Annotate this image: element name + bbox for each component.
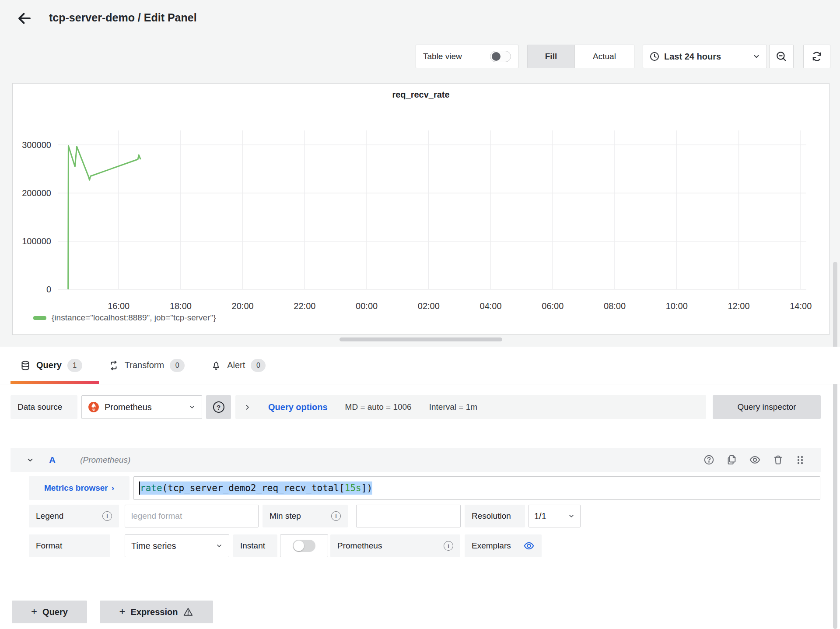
min-step-input[interactable] [356, 505, 461, 527]
plus-icon: + [31, 605, 37, 618]
resolution-value: 1/1 [534, 511, 546, 521]
format-field-label: Format [29, 534, 110, 557]
help-circle-icon: ? [213, 401, 224, 413]
svg-text:200000: 200000 [22, 188, 51, 198]
query-row-header[interactable]: A (Prometheus) [10, 448, 821, 472]
svg-text:0: 0 [46, 285, 51, 294]
data-source-label: Data source [10, 395, 77, 419]
duplicate-query-icon[interactable] [726, 454, 737, 465]
refresh-button[interactable] [803, 45, 830, 68]
exemplars-eye-icon[interactable] [523, 540, 535, 552]
info-icon[interactable]: i [331, 511, 341, 521]
svg-text:300000: 300000 [22, 140, 51, 150]
chart-legend[interactable]: {instance="localhost:8889", job="tcp-ser… [33, 313, 216, 323]
instant-toggle[interactable] [280, 534, 328, 557]
promql-function-token: rate [140, 483, 162, 493]
tab-transform-count-badge: 0 [170, 359, 185, 372]
legend-series-label: {instance="localhost:8889", job="tcp-ser… [52, 313, 216, 323]
fill-button[interactable]: Fill [528, 45, 575, 68]
svg-text:20:00: 20:00 [232, 301, 254, 311]
promql-metric-token: (tcp_server_demo2_req_recv_total[ [162, 483, 345, 493]
svg-text:04:00: 04:00 [480, 301, 502, 311]
tab-query[interactable]: Query 1 [10, 347, 99, 384]
refresh-icon [811, 51, 822, 62]
svg-text:10:00: 10:00 [666, 301, 688, 311]
drag-handle-icon[interactable] [795, 455, 805, 465]
query-options-link[interactable]: Query options [268, 402, 328, 412]
query-help-icon[interactable] [704, 454, 714, 465]
editor-tabs: Query 1 Transform 0 Alert 0 [0, 347, 840, 384]
exemplars-field-label: Exemplars [465, 534, 542, 557]
legend-label-text: Legend [36, 511, 63, 521]
add-expression-label: Expression [131, 607, 178, 617]
add-query-label: Query [42, 607, 68, 617]
tab-query-label: Query [36, 360, 62, 370]
warning-triangle-icon [183, 607, 193, 617]
metrics-browser-button[interactable]: Metrics browser › [29, 476, 130, 500]
tab-alert[interactable]: Alert 0 [201, 347, 282, 384]
instant-switch[interactable] [293, 540, 315, 552]
legend-series-swatch [33, 316, 46, 320]
chevron-right-icon[interactable] [244, 404, 251, 411]
chevron-down-icon [189, 404, 196, 411]
add-expression-button[interactable]: + Expression [100, 601, 213, 623]
info-icon[interactable]: i [102, 511, 112, 521]
active-tab-underline [10, 381, 99, 384]
chevron-right-icon: › [112, 483, 114, 493]
svg-text:100000: 100000 [22, 236, 51, 246]
zoom-out-button[interactable] [769, 45, 794, 68]
horizontal-scrollbar-thumb[interactable] [340, 337, 502, 341]
format-select[interactable]: Time series [125, 534, 229, 557]
min-step-field-label: Min step i [262, 505, 348, 527]
format-label-text: Format [36, 541, 62, 551]
query-row-actions [704, 454, 821, 466]
min-step-label-text: Min step [270, 511, 301, 521]
tab-transform[interactable]: Transform 0 [99, 347, 201, 384]
metrics-browser-label: Metrics browser [44, 483, 108, 493]
query-options-bar: Query options MD = auto = 1006 Interval … [235, 395, 706, 419]
vertical-scrollbar-thumb[interactable] [833, 262, 837, 629]
actual-button[interactable]: Actual [575, 45, 634, 68]
tab-transform-label: Transform [125, 360, 164, 370]
query-inspector-button[interactable]: Query inspector [713, 395, 821, 419]
fill-actual-segmented-control: Fill Actual [527, 45, 634, 68]
data-source-value: Prometheus [105, 402, 152, 412]
prometheus-type-field-label: Prometheus i [330, 534, 460, 557]
bell-icon [211, 360, 221, 371]
legend-format-input[interactable] [125, 505, 259, 527]
svg-text:18:00: 18:00 [170, 301, 192, 311]
resolution-field-label: Resolution [465, 505, 525, 527]
add-query-button[interactable]: + Query [12, 601, 87, 623]
chevron-down-icon [216, 542, 223, 549]
legend-field-label: Legend i [29, 505, 119, 527]
info-icon[interactable]: i [444, 541, 453, 551]
timeseries-chart[interactable]: 16:0018:0020:0022:0000:0002:0004:0006:00… [13, 84, 829, 334]
table-view-toggle[interactable]: Table view [416, 45, 518, 68]
data-source-help-button[interactable]: ? [206, 395, 231, 419]
tab-query-count-badge: 1 [67, 359, 82, 372]
prometheus-logo-icon [88, 401, 99, 413]
instant-label-text: Instant [240, 541, 265, 551]
chevron-down-icon [568, 513, 575, 520]
chevron-down-icon [752, 53, 760, 60]
promql-expression-input[interactable]: rate(tcp_server_demo2_req_recv_total[15s… [133, 476, 820, 500]
chart-panel: req_recv_rate 16:0018:0020:0022:0000:000… [12, 83, 830, 335]
promql-close-token: ]) [361, 483, 372, 493]
table-view-switch[interactable] [490, 51, 511, 62]
format-value: Time series [131, 541, 176, 551]
collapse-chevron-icon[interactable] [26, 456, 34, 464]
time-range-picker[interactable]: Last 24 hours [643, 45, 767, 68]
data-source-picker[interactable]: Prometheus [81, 395, 202, 419]
time-range-label: Last 24 hours [664, 52, 721, 62]
tab-alert-label: Alert [227, 360, 245, 370]
resolution-select[interactable]: 1/1 [528, 505, 581, 527]
table-view-switch-knob [492, 52, 500, 61]
back-button[interactable] [15, 9, 34, 28]
disable-query-eye-icon[interactable] [749, 454, 761, 466]
svg-text:06:00: 06:00 [542, 301, 564, 311]
instant-switch-knob [294, 541, 304, 551]
svg-text:22:00: 22:00 [294, 301, 315, 311]
selected-expression-text: rate(tcp_server_demo2_req_recv_total[15s… [140, 481, 372, 495]
query-ref-id[interactable]: A [49, 455, 56, 465]
delete-query-trash-icon[interactable] [773, 454, 784, 465]
